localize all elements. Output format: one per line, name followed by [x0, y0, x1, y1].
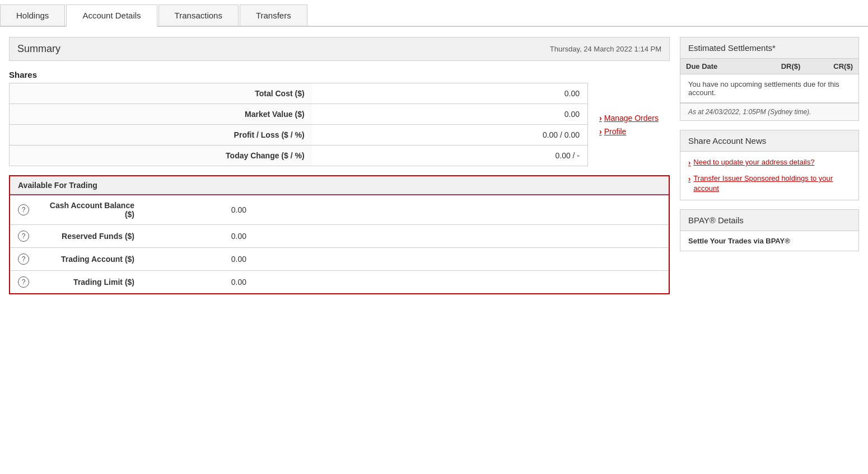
left-column: Summary Thursday, 24 March 2022 1:14 PM …: [9, 37, 670, 300]
share-account-news-body: ›Need to update your address details?›Tr…: [680, 152, 858, 200]
news-link-item[interactable]: ›Transfer Issuer Sponsored holdings to y…: [688, 173, 851, 194]
link-arrow: ›: [599, 127, 602, 136]
available-row: ? Trading Account ($) 0.00: [10, 248, 669, 271]
shares-row-value: 0.00: [312, 83, 588, 104]
tab-transactions[interactable]: Transactions: [158, 4, 239, 26]
bpay-settle-text: Settle Your Trades via BPAY®: [688, 237, 790, 245]
shares-link-item[interactable]: ›Manage Orders: [599, 114, 659, 123]
available-row-value: 0.00: [142, 271, 254, 294]
shares-row-label: Market Value ($): [10, 104, 312, 125]
available-row: ? Cash Account Balance ($) 0.00: [10, 195, 669, 225]
shares-row: Market Value ($) 0.00: [10, 104, 588, 125]
shares-table: Total Cost ($) 0.00 Market Value ($) 0.0…: [9, 83, 588, 166]
available-row-value: 0.00: [142, 225, 254, 248]
help-icon-cell[interactable]: ?: [10, 225, 30, 248]
summary-title: Summary: [17, 43, 60, 55]
shares-row-label: Total Cost ($): [10, 83, 312, 104]
bpay-panel: BPAY® Details Settle Your Trades via BPA…: [680, 209, 859, 251]
share-account-news-panel: Share Account News ›Need to update your …: [680, 130, 859, 200]
bpay-settle-label: Settle Your Trades via BPAY®: [680, 231, 858, 251]
available-for-trading-section: Available For Trading ? Cash Account Bal…: [9, 175, 670, 294]
available-row-label: Reserved Funds ($): [30, 225, 142, 248]
help-icon-cell[interactable]: ?: [10, 271, 30, 294]
help-icon-cell[interactable]: ?: [10, 195, 30, 225]
help-icon[interactable]: ?: [18, 231, 29, 242]
tabs-bar: Holdings Account Details Transactions Tr…: [0, 0, 868, 27]
shares-table-wrapper: Total Cost ($) 0.00 Market Value ($) 0.0…: [9, 83, 670, 166]
link-label: Profile: [604, 127, 627, 136]
available-row-empty: [254, 271, 669, 294]
help-icon[interactable]: ?: [18, 276, 29, 288]
estimated-settlements-panel: Estimated Settlements* Due Date DR($) CR…: [680, 37, 859, 121]
available-row-value: 0.00: [142, 248, 254, 271]
col-due-date: Due Date: [680, 59, 754, 74]
link-label: Manage Orders: [604, 114, 659, 123]
shares-row-value: 0.00 / -: [312, 146, 588, 166]
shares-links: ›Manage Orders›Profile: [588, 83, 670, 166]
estimated-settlements-title: Estimated Settlements*: [680, 37, 858, 59]
available-table: ? Cash Account Balance ($) 0.00 ? Reserv…: [10, 195, 669, 293]
news-arrow-icon: ›: [688, 174, 690, 184]
news-link-label: Transfer Issuer Sponsored holdings to yo…: [693, 173, 851, 194]
bpay-title: BPAY® Details: [680, 210, 858, 231]
available-header: Available For Trading: [10, 176, 669, 195]
available-row-value: 0.00: [142, 195, 254, 225]
tab-holdings[interactable]: Holdings: [0, 4, 65, 26]
available-row-label: Cash Account Balance ($): [30, 195, 142, 225]
shares-row-value: 0.00 / 0.00: [312, 125, 588, 146]
col-dr: DR($): [754, 59, 806, 74]
shares-section: Shares Total Cost ($) 0.00 Market Value …: [9, 70, 670, 166]
shares-section-title: Shares: [9, 70, 670, 79]
available-row-label: Trading Account ($): [30, 248, 142, 271]
available-row: ? Trading Limit ($) 0.00: [10, 271, 669, 294]
col-cr: CR($): [806, 59, 858, 74]
news-arrow-icon: ›: [688, 158, 690, 168]
shares-row: Profit / Loss ($ / %) 0.00 / 0.00: [10, 125, 588, 146]
shares-link-item[interactable]: ›Profile: [599, 127, 659, 136]
settlements-footer: As at 24/03/2022, 1:05PM (Sydney time).: [680, 103, 858, 120]
available-row: ? Reserved Funds ($) 0.00: [10, 225, 669, 248]
main-layout: Summary Thursday, 24 March 2022 1:14 PM …: [0, 27, 868, 310]
bpay-title-text: BPAY® Details: [688, 215, 744, 225]
summary-date: Thursday, 24 March 2022 1:14 PM: [550, 45, 661, 53]
help-icon[interactable]: ?: [18, 254, 29, 265]
shares-row-value: 0.00: [312, 104, 588, 125]
news-link-label: Need to update your address details?: [693, 157, 814, 167]
tab-account-details[interactable]: Account Details: [66, 4, 157, 27]
link-arrow: ›: [599, 114, 602, 123]
share-account-news-title: Share Account News: [680, 130, 858, 152]
shares-row: Today Change ($ / %) 0.00 / -: [10, 146, 588, 166]
available-row-empty: [254, 225, 669, 248]
help-icon-cell[interactable]: ?: [10, 248, 30, 271]
summary-header: Summary Thursday, 24 March 2022 1:14 PM: [9, 37, 670, 61]
right-column: Estimated Settlements* Due Date DR($) CR…: [680, 37, 859, 260]
settlements-empty-message: You have no upcoming settlements due for…: [680, 74, 858, 103]
available-row-empty: [254, 195, 669, 225]
available-row-empty: [254, 248, 669, 271]
shares-row-label: Profit / Loss ($ / %): [10, 125, 312, 146]
shares-row-label: Today Change ($ / %): [10, 146, 312, 166]
shares-row: Total Cost ($) 0.00: [10, 83, 588, 104]
settlements-table: Due Date DR($) CR($): [680, 59, 858, 74]
help-icon[interactable]: ?: [18, 204, 29, 215]
available-row-label: Trading Limit ($): [30, 271, 142, 294]
news-link-item[interactable]: ›Need to update your address details?: [688, 157, 851, 168]
tab-transfers[interactable]: Transfers: [240, 4, 307, 26]
